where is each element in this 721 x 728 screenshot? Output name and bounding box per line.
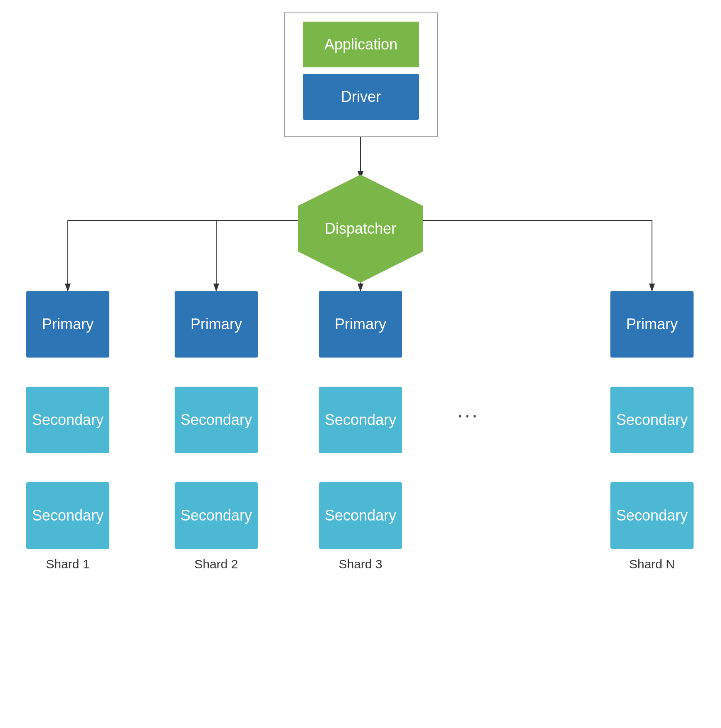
primary-shard1: Primary bbox=[26, 291, 109, 358]
ellipsis: ... bbox=[457, 399, 479, 422]
shardn-label: Shard N bbox=[610, 557, 694, 571]
primary-shardn: Primary bbox=[610, 291, 694, 358]
application-box: Application bbox=[303, 22, 419, 67]
secondary1-shard2: Secondary bbox=[175, 387, 258, 453]
shard2-label: Shard 2 bbox=[175, 557, 258, 571]
shard1-label: Shard 1 bbox=[26, 557, 109, 571]
secondary2-shard3: Secondary bbox=[319, 482, 402, 549]
secondary1-shard1: Secondary bbox=[26, 387, 109, 453]
secondary1-shard3: Secondary bbox=[319, 387, 402, 453]
secondary2-shard1: Secondary bbox=[26, 482, 109, 549]
driver-box: Driver bbox=[303, 74, 419, 120]
app-container: Application Driver bbox=[284, 12, 438, 137]
dispatcher-hexagon: Dispatcher bbox=[298, 175, 423, 283]
primary-shard3: Primary bbox=[319, 291, 402, 358]
secondary2-shard2: Secondary bbox=[175, 482, 258, 549]
shard3-label: Shard 3 bbox=[319, 557, 402, 571]
diagram: Application Driver Dispatcher Primary Pr… bbox=[0, 0, 721, 728]
secondary1-shardn: Secondary bbox=[610, 387, 694, 453]
secondary2-shardn: Secondary bbox=[610, 482, 694, 549]
primary-shard2: Primary bbox=[175, 291, 258, 358]
